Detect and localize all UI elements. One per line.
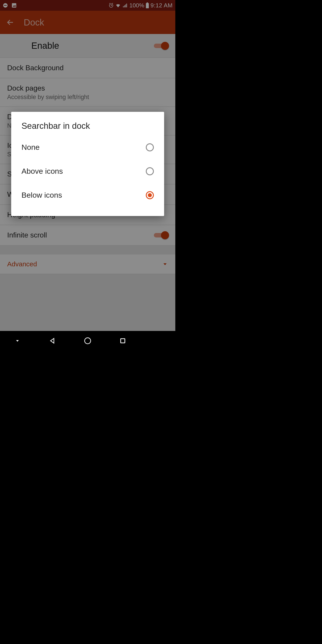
nav-home-icon[interactable] bbox=[82, 336, 93, 346]
nav-recent-icon[interactable] bbox=[118, 336, 128, 346]
svg-rect-20 bbox=[120, 339, 125, 343]
radio-selected-icon bbox=[146, 191, 154, 199]
option-none[interactable]: None bbox=[11, 135, 164, 159]
nav-back-icon[interactable] bbox=[47, 336, 58, 346]
navigation-bar bbox=[0, 331, 175, 350]
dialog-title: Searchbar in dock bbox=[11, 112, 164, 135]
radio-icon bbox=[146, 167, 154, 175]
svg-point-19 bbox=[84, 338, 90, 344]
svg-marker-18 bbox=[50, 338, 54, 343]
svg-marker-17 bbox=[16, 340, 19, 342]
dialog-searchbar-in-dock: Searchbar in dock None Above icons Below… bbox=[11, 112, 164, 216]
option-label: Above icons bbox=[22, 167, 63, 176]
radio-icon bbox=[146, 143, 154, 152]
option-above-icons[interactable]: Above icons bbox=[11, 159, 164, 183]
nav-caret-icon[interactable] bbox=[12, 336, 23, 346]
option-label: Below icons bbox=[22, 191, 62, 200]
option-label: None bbox=[22, 143, 40, 152]
option-below-icons[interactable]: Below icons bbox=[11, 183, 164, 207]
